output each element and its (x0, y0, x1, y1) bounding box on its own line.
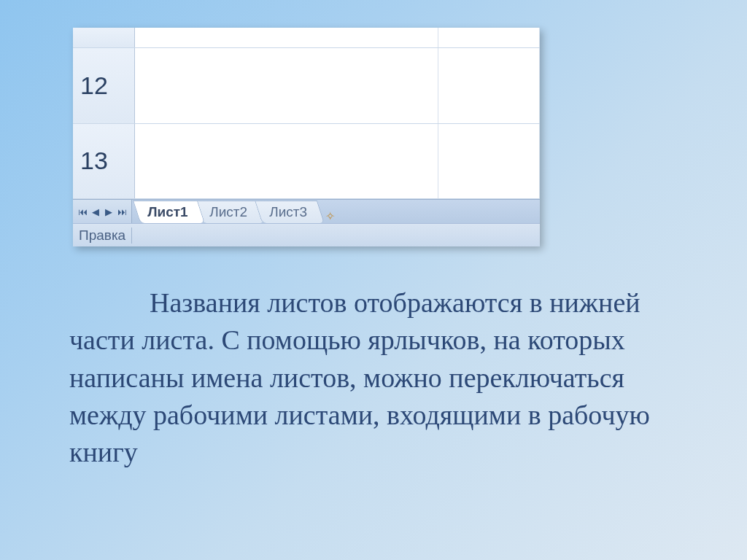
sheet-tab-label: Лист2 (210, 204, 248, 220)
grid-row: 13 (73, 124, 540, 200)
grid-row: 12 (73, 48, 540, 124)
grid-cell[interactable] (438, 124, 540, 199)
grid-cell[interactable] (438, 48, 540, 123)
sheet-tab-label: Лист3 (269, 204, 307, 220)
row-header[interactable]: 13 (73, 124, 135, 199)
excel-window-crop: 12 13 ⏮ ◀ ▶ ⏭ Лист1 Лист2 Лист3 ✧ Правка (73, 28, 540, 246)
sheet-tab-2[interactable]: Лист2 (195, 201, 265, 223)
first-sheet-icon[interactable]: ⏮ (76, 205, 89, 218)
row-header[interactable]: 12 (73, 48, 135, 123)
grid-cell[interactable] (438, 28, 540, 47)
grid-cell[interactable] (135, 48, 438, 123)
grid-cell[interactable] (135, 28, 438, 47)
prev-sheet-icon[interactable]: ◀ (89, 205, 102, 218)
sheet-tab-strip: ⏮ ◀ ▶ ⏭ Лист1 Лист2 Лист3 ✧ (73, 199, 540, 223)
grid-cell[interactable] (135, 124, 438, 199)
sheet-tabs: Лист1 Лист2 Лист3 ✧ (132, 200, 342, 223)
sheet-tab-1[interactable]: Лист1 (133, 201, 206, 223)
spreadsheet-grid: 12 13 (73, 28, 540, 199)
last-sheet-icon[interactable]: ⏭ (115, 205, 128, 218)
row-header[interactable] (73, 28, 135, 47)
status-mode: Правка (79, 228, 125, 244)
status-divider (131, 228, 132, 244)
grid-row (73, 28, 540, 48)
sheet-tab-label: Лист1 (147, 204, 187, 220)
caption-text: Названия листов отображаются в нижней ча… (69, 287, 650, 467)
slide-caption: Названия листов отображаются в нижней ча… (69, 284, 667, 471)
next-sheet-icon[interactable]: ▶ (102, 205, 115, 218)
sheet-tab-3[interactable]: Лист3 (255, 201, 325, 223)
sheet-nav-buttons: ⏮ ◀ ▶ ⏭ (73, 200, 132, 223)
status-bar: Правка (73, 223, 540, 246)
